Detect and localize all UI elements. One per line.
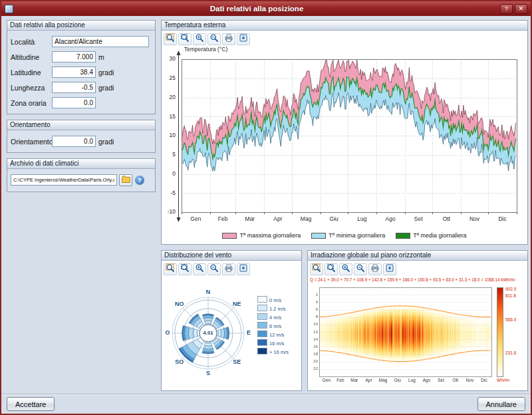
window-title: Dati relativi alla posizione xyxy=(16,5,497,13)
zoom-all-button[interactable] xyxy=(164,33,177,45)
title-buttons: ? ✕ xyxy=(500,4,527,14)
field-row-orientamento: Orientamentogradi xyxy=(11,134,152,149)
irradiation-panel-header: Irradiazione globale sul piano orizzonta… xyxy=(308,251,527,261)
field-unit: gradi xyxy=(98,84,114,92)
legend-swatch xyxy=(311,233,326,239)
zoom-out-icon xyxy=(209,263,219,275)
field-label: Località xyxy=(11,38,52,46)
field-unit: gradi xyxy=(98,138,114,146)
zoom-out-button[interactable] xyxy=(207,33,221,45)
zoom-window-icon xyxy=(327,263,336,275)
irradiation-panel: Irradiazione globale sul piano orizzonta… xyxy=(307,250,528,391)
zoom-all-button[interactable] xyxy=(164,263,177,275)
legend-item: Tª media giornaliera xyxy=(396,232,466,239)
weather-file-groupbox: Archivio di dati climatici ? xyxy=(7,158,156,192)
zoom-in-icon xyxy=(195,33,204,45)
position-groupbox-header: Dati relativi alla posizione xyxy=(7,21,155,31)
orientamento-input[interactable] xyxy=(52,136,96,147)
wind-panel: Distribuzione del vento xyxy=(161,250,302,391)
folder-icon xyxy=(122,175,130,185)
temperature-panel-header: Temperatura esterna xyxy=(162,21,527,31)
zoom-window-button[interactable] xyxy=(325,263,338,275)
zoom-all-icon xyxy=(312,263,321,275)
cancel-button[interactable]: Annullare xyxy=(477,397,525,411)
temperature-toolbar xyxy=(163,32,526,46)
zona-oraria-input[interactable] xyxy=(52,97,96,108)
location-data-dialog: Dati relativi alla posizione ? ✕ Dati re… xyxy=(0,0,532,415)
field-label: Zona oraria xyxy=(11,99,52,107)
temperature-panel: Temperatura esterna Tª massima giornalie… xyxy=(161,20,528,245)
field-unit: m xyxy=(98,53,104,61)
export-button[interactable] xyxy=(237,33,250,45)
orientation-groupbox-header: Orientamento xyxy=(7,120,155,130)
legend-item: Tª minima giornaliera xyxy=(311,232,385,239)
zoom-window-button[interactable] xyxy=(178,263,192,275)
browse-weather-file-button[interactable] xyxy=(119,174,132,186)
field-label: Lunghezza xyxy=(11,84,52,92)
print-button[interactable] xyxy=(222,263,235,275)
weather-file-groupbox-header: Archivio di dati climatici xyxy=(7,159,155,169)
zoom-window-button[interactable] xyxy=(178,33,192,45)
latitudine-input[interactable] xyxy=(52,67,96,78)
temperature-chart[interactable] xyxy=(163,46,526,229)
print-icon xyxy=(224,263,233,275)
zoom-out-icon xyxy=(356,263,365,275)
position-fields: LocalitàAltitudinemLatitudinegradiLunghe… xyxy=(7,31,155,113)
accept-button[interactable]: Accettare xyxy=(7,397,55,411)
località-input[interactable] xyxy=(52,36,149,47)
altitudine-input[interactable] xyxy=(52,51,96,63)
field-row-latitudine: Latitudinegradi xyxy=(11,65,152,80)
export-icon xyxy=(239,33,248,45)
field-label: Altitudine xyxy=(11,53,52,61)
legend-label: Tª massima giornaliera xyxy=(239,232,301,239)
app-icon xyxy=(5,5,13,13)
wind-panel-header: Distribuzione del vento xyxy=(162,251,301,261)
irradiation-formula: Q = 24.1 + 39.0 + 70.7 + 108.9 + 142.8 +… xyxy=(309,276,526,284)
temperature-legend: Tª massima giornalieraTª minima giornali… xyxy=(163,229,526,241)
wind-rose-chart[interactable] xyxy=(163,276,300,386)
help-button[interactable]: ? xyxy=(500,4,513,14)
zoom-out-button[interactable] xyxy=(207,263,221,275)
print-icon xyxy=(370,263,380,275)
zoom-in-button[interactable] xyxy=(193,263,206,275)
export-icon xyxy=(385,263,394,275)
zoom-out-icon xyxy=(209,33,219,45)
legend-item: Tª massima giornaliera xyxy=(222,232,301,239)
zoom-in-button[interactable] xyxy=(339,263,352,275)
field-row-località: Località xyxy=(11,34,152,49)
lunghezza-input[interactable] xyxy=(52,82,96,93)
weather-file-row: ? xyxy=(11,172,152,188)
zoom-in-button[interactable] xyxy=(193,33,206,45)
field-label: Orientamento xyxy=(11,138,52,146)
zoom-all-button[interactable] xyxy=(310,263,323,275)
legend-swatch xyxy=(396,233,410,239)
legend-label: Tª media giornaliera xyxy=(413,232,466,239)
position-groupbox: Dati relativi alla posizione LocalitàAlt… xyxy=(7,20,156,114)
zoom-all-icon xyxy=(166,33,175,45)
weather-file-path-input[interactable] xyxy=(11,174,117,186)
orientation-groupbox: Orientamento Orientamentogradi xyxy=(7,120,156,153)
zoom-out-button[interactable] xyxy=(354,263,367,275)
print-button[interactable] xyxy=(222,33,235,45)
print-icon xyxy=(224,33,233,45)
field-unit: gradi xyxy=(98,69,114,76)
irradiation-toolbar xyxy=(309,262,526,276)
export-button[interactable] xyxy=(383,263,396,275)
title-bar[interactable]: Dati relativi alla posizione ? ✕ xyxy=(1,1,531,16)
export-button[interactable] xyxy=(237,263,250,275)
button-bar: Accettare Annullare xyxy=(1,394,531,414)
field-row-lunghezza: Lunghezzagradi xyxy=(11,80,152,95)
close-button[interactable]: ✕ xyxy=(515,4,527,14)
legend-swatch xyxy=(222,233,237,239)
print-button[interactable] xyxy=(368,263,382,275)
field-label: Latitudine xyxy=(11,69,52,76)
weather-file-help-button[interactable]: ? xyxy=(135,176,144,185)
irradiation-heatmap[interactable] xyxy=(309,284,526,385)
zoom-window-icon xyxy=(180,33,190,45)
export-icon xyxy=(239,263,248,275)
wind-toolbar xyxy=(163,262,300,276)
legend-label: Tª minima giornaliera xyxy=(329,232,385,239)
orientation-fields: Orientamentogradi xyxy=(7,130,155,152)
field-row-altitudine: Altitudinem xyxy=(11,49,152,65)
zoom-in-icon xyxy=(341,263,350,275)
